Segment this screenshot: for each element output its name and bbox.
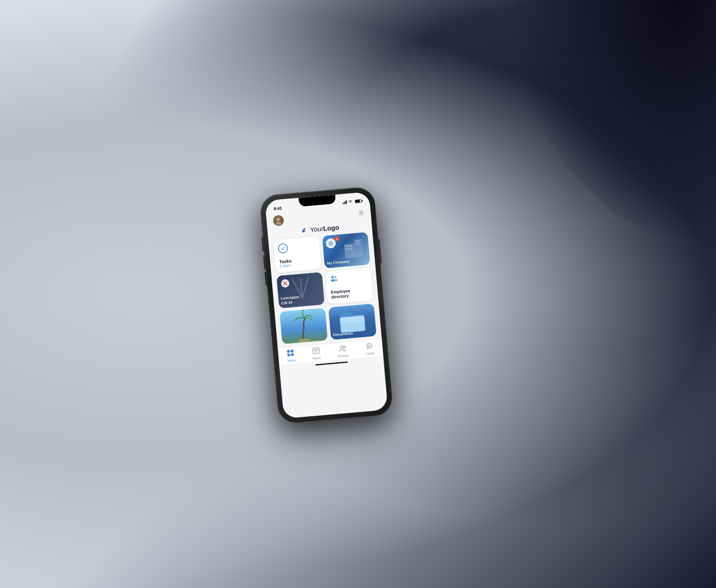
svg-line-17: [329, 243, 333, 243]
grid-row-3: Vacation &absence: [279, 303, 377, 344]
nav-item-menu[interactable]: Menu: [286, 349, 296, 363]
svg-line-34: [314, 349, 318, 350]
vacation-bg: Vacation &absence: [279, 308, 328, 344]
status-icons: [342, 199, 361, 204]
news-icon: [312, 347, 320, 355]
wifi-icon: [348, 200, 352, 204]
grid-row-2: Lunchplan CW 34: [276, 268, 373, 308]
settings-icon[interactable]: [358, 209, 364, 217]
svg-line-35: [314, 351, 318, 351]
avatar[interactable]: [273, 215, 284, 226]
employee-directory-card[interactable]: Employee directory: [325, 268, 373, 304]
employee-directory-icon: [329, 272, 368, 283]
battery-icon: [355, 199, 361, 203]
groups-nav-label: Groups: [338, 353, 349, 358]
groups-icon: [338, 344, 347, 353]
menu-icon: [287, 349, 295, 358]
svg-point-0: [276, 217, 280, 221]
my-company-tile[interactable]: 1 My Company: [322, 232, 370, 268]
news-nav-label: News: [313, 356, 321, 360]
documents-tile[interactable]: Documents: [328, 303, 377, 339]
status-time: 9:41: [273, 206, 282, 211]
svg-point-37: [340, 346, 343, 348]
logo-text: YourLogo: [310, 224, 339, 233]
svg-point-38: [343, 346, 345, 348]
task-check-icon: [277, 243, 288, 253]
svg-rect-30: [290, 349, 294, 353]
svg-line-40: [368, 345, 370, 345]
svg-point-21: [330, 279, 334, 282]
logo-icon: [300, 226, 308, 235]
employee-directory-label: Employee directory: [330, 286, 369, 300]
svg-rect-31: [287, 353, 290, 357]
svg-point-22: [334, 276, 336, 278]
svg-rect-33: [313, 347, 319, 353]
menu-nav-label: Menu: [287, 358, 296, 363]
lunchplan-tile[interactable]: Lunchplan CW 34: [276, 272, 324, 308]
phone-mockup: 9:41: [259, 186, 393, 424]
nav-item-chats[interactable]: Chats: [365, 342, 375, 356]
phone-screen: 9:41: [265, 191, 388, 418]
my-company-label: My Company: [326, 259, 350, 266]
phone-shell: 9:41: [259, 186, 393, 424]
svg-line-18: [330, 241, 331, 245]
svg-line-36: [314, 352, 317, 352]
svg-point-20: [331, 276, 334, 279]
chats-icon: [365, 342, 373, 351]
my-company-bg: 1 My Company: [322, 232, 370, 268]
svg-rect-32: [291, 353, 294, 356]
app-grid: Tasks 2 open: [268, 231, 381, 344]
lunchplan-bg: Lunchplan CW 34: [276, 272, 324, 308]
notification-badge: 1: [334, 236, 339, 241]
vacation-absence-tile[interactable]: Vacation &absence: [279, 308, 328, 344]
svg-point-2: [360, 211, 362, 213]
chats-nav-label: Chats: [366, 351, 375, 356]
tasks-card[interactable]: Tasks 2 open: [273, 236, 321, 272]
signal-bars-icon: [342, 200, 347, 204]
svg-point-1: [276, 221, 281, 224]
nav-item-groups[interactable]: Groups: [337, 344, 349, 358]
documents-bg: Documents: [328, 303, 377, 339]
nav-item-news[interactable]: News: [312, 347, 321, 360]
svg-rect-29: [287, 350, 290, 353]
